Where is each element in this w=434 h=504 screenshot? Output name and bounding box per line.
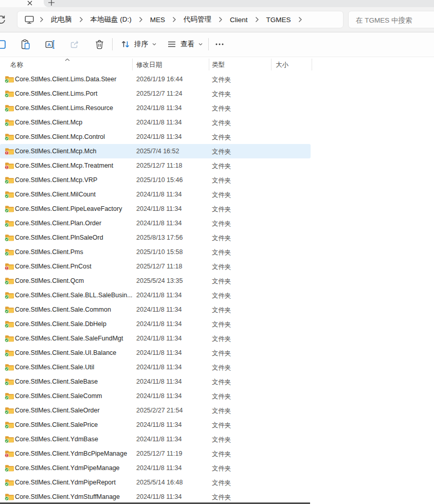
file-type: 文件夹: [212, 104, 231, 113]
breadcrumb-item[interactable]: 代码管理: [183, 13, 212, 26]
column-separator[interactable]: [209, 59, 209, 70]
rename-icon: A: [45, 39, 56, 50]
search-box[interactable]: [348, 11, 434, 28]
file-date: 2024/11/8 11:34: [136, 349, 182, 356]
chevron-right-icon[interactable]: [219, 16, 223, 23]
table-row[interactable]: Core.StlMes.Client.Sale.Common 2024/11/8…: [0, 302, 434, 317]
share-button[interactable]: [66, 36, 83, 52]
table-row[interactable]: Core.StlMes.Client.YdmPipeReport 2025/5/…: [0, 475, 434, 490]
folder-icon: [5, 291, 14, 299]
copy-icon[interactable]: [0, 36, 7, 52]
table-row[interactable]: Core.StlMes.Client.SalePrice 2024/11/8 1…: [0, 418, 434, 432]
file-date: 2024/11/8 11:34: [136, 392, 182, 400]
folder-icon: [5, 392, 14, 400]
table-row[interactable]: Core.StlMes.Client.Qcm 2025/5/24 13:35 文…: [0, 274, 434, 288]
table-row[interactable]: Core.StlMes.Client.Sale.UI.Balance 2024/…: [0, 346, 434, 360]
svg-text:A: A: [47, 42, 51, 47]
table-row[interactable]: Core.StlMes.Client.Mcp.Control 2024/11/8…: [0, 130, 434, 144]
table-row[interactable]: Core.StlMes.Client.Mcp.VRP 2025/1/10 15:…: [0, 173, 434, 187]
column-separator[interactable]: [271, 59, 272, 70]
file-name: Core.StlMes.Client.SaleComm: [15, 392, 102, 400]
column-separator[interactable]: [312, 59, 312, 70]
breadcrumb-item[interactable]: TGMES: [265, 14, 292, 25]
paste-button[interactable]: [17, 36, 33, 52]
folder-icon: [5, 334, 14, 343]
table-row[interactable]: Core.StlMes.Client.Plan.Order 2024/11/8 …: [0, 216, 434, 230]
chevron-right-icon[interactable]: [40, 16, 44, 23]
table-row[interactable]: Core.StlMes.Client.YdmStuffManage 2024/1…: [0, 490, 434, 504]
breadcrumb-item[interactable]: 此电脑: [50, 13, 73, 26]
chevron-right-icon[interactable]: [298, 16, 302, 23]
table-row[interactable]: Core.StlMes.Client.SaleOrder 2025/2/27 2…: [0, 403, 434, 418]
file-type: 文件夹: [212, 421, 231, 430]
column-header-size[interactable]: 大小: [276, 61, 288, 69]
chevron-right-icon[interactable]: [139, 16, 143, 23]
column-separator[interactable]: [132, 59, 133, 70]
file-date: 2024/11/8 11:34: [136, 335, 182, 342]
more-options-button[interactable]: [211, 36, 228, 52]
table-row[interactable]: Core.StlMes.Client.Lims.Port 2025/12/7 1…: [0, 86, 434, 101]
table-row[interactable]: Core.StlMes.Client.YdmPipeManage 2024/11…: [0, 461, 434, 475]
rename-button[interactable]: A: [42, 36, 58, 52]
folder-icon: [5, 406, 14, 415]
table-row[interactable]: Core.StlMes.Client.Mcp.Treatment 2025/12…: [0, 158, 434, 173]
status-normal-badge: [5, 382, 8, 385]
search-input[interactable]: [355, 12, 434, 28]
file-date: 2024/11/8 11:34: [136, 436, 182, 443]
breadcrumb: 此电脑 本地磁盘 (D:) MES 代码管理 Client TGMES: [50, 13, 309, 26]
status-normal-badge: [5, 295, 8, 299]
folder-icon: [5, 233, 14, 242]
table-row[interactable]: Core.StlMes.Client.Sale.Util 2024/11/8 1…: [0, 360, 434, 374]
address-bar: 此电脑 本地磁盘 (D:) MES 代码管理 Client TGMES: [0, 7, 434, 32]
file-name: Core.StlMes.Client.Lims.Data.Steer: [15, 76, 116, 83]
chevron-right-icon[interactable]: [172, 16, 176, 23]
table-row[interactable]: Core.StlMes.Client.SaleComm 2024/11/8 11…: [0, 389, 434, 403]
breadcrumb-item[interactable]: Client: [229, 14, 249, 25]
file-date: 2025/2/27 21:54: [136, 407, 183, 414]
table-row[interactable]: Core.StlMes.Client.MilCount 2024/11/8 11…: [0, 187, 434, 202]
column-header-type[interactable]: 类型: [212, 61, 225, 69]
file-name: Core.StlMes.Client.PlnSaleOrd: [15, 234, 103, 241]
folder-icon: [5, 133, 14, 141]
new-tab-icon[interactable]: [47, 0, 56, 7]
table-row[interactable]: Core.StlMes.Client.YdmBcPipeManage 2025/…: [0, 446, 434, 461]
status-normal-badge: [5, 209, 8, 212]
file-name: Core.StlMes.Client.Plan.Order: [15, 220, 101, 227]
chevron-right-icon[interactable]: [79, 16, 83, 23]
address-box[interactable]: 此电脑 本地磁盘 (D:) MES 代码管理 Client TGMES: [17, 11, 343, 28]
file-date: 2025/12/7 11:24: [136, 90, 182, 97]
table-row[interactable]: Core.StlMes.Client.SaleBase 2024/11/8 11…: [0, 374, 434, 389]
view-button[interactable]: 查看: [164, 36, 206, 52]
table-row[interactable]: Core.StlMes.Client.Sale.SaleFundMgt 2024…: [0, 331, 434, 346]
more-icon: [214, 39, 225, 50]
file-date: 2024/11/8 11:34: [136, 464, 182, 472]
folder-icon: [5, 349, 14, 357]
status-normal-badge: [5, 482, 8, 486]
table-row[interactable]: Core.StlMes.Client.PlnSaleOrd 2025/8/13 …: [0, 230, 434, 245]
breadcrumb-item[interactable]: MES: [149, 14, 166, 25]
column-header-name[interactable]: 名称: [10, 61, 23, 69]
table-row[interactable]: Core.StlMes.Client.Mcp.Mch 2025/7/4 16:5…: [0, 144, 434, 158]
table-row[interactable]: Core.StlMes.Client.PipeLeaveFactory 2024…: [0, 202, 434, 216]
table-row[interactable]: Core.StlMes.Client.Sale.DbHelp 2024/11/8…: [0, 317, 434, 331]
file-list: Core.StlMes.Client.Lims.Data.Steer 2026/…: [0, 72, 434, 504]
table-row[interactable]: Core.StlMes.Client.Mcp 2024/11/8 11:34 文…: [0, 115, 434, 130]
file-type: 文件夹: [212, 320, 231, 329]
delete-button[interactable]: [91, 36, 107, 52]
file-type: 文件夹: [212, 292, 231, 300]
file-type: 文件夹: [212, 148, 231, 156]
table-row[interactable]: Core.StlMes.Client.YdmBase 2024/11/8 11:…: [0, 432, 434, 446]
status-normal-badge: [5, 122, 8, 126]
table-row[interactable]: Core.StlMes.Client.Sale.BLL.SaleBusin...…: [0, 288, 434, 302]
table-row[interactable]: Core.StlMes.Client.Lims.Data.Steer 2026/…: [0, 72, 434, 86]
table-row[interactable]: Core.StlMes.Client.PnCost 2025/12/7 11:1…: [0, 259, 434, 274]
table-row[interactable]: Core.StlMes.Client.Pms 2025/1/10 15:58 文…: [0, 245, 434, 259]
table-row[interactable]: Core.StlMes.Client.Lims.Resource 2024/11…: [0, 101, 434, 115]
file-date: 2025/5/24 13:35: [136, 277, 183, 284]
column-header-date[interactable]: 修改日期: [136, 61, 162, 69]
breadcrumb-item[interactable]: 本地磁盘 (D:): [89, 13, 133, 26]
chevron-right-icon[interactable]: [255, 16, 259, 23]
sort-button[interactable]: 排序: [117, 36, 160, 52]
tab-close-icon[interactable]: [26, 0, 34, 6]
refresh-icon[interactable]: [0, 14, 7, 26]
